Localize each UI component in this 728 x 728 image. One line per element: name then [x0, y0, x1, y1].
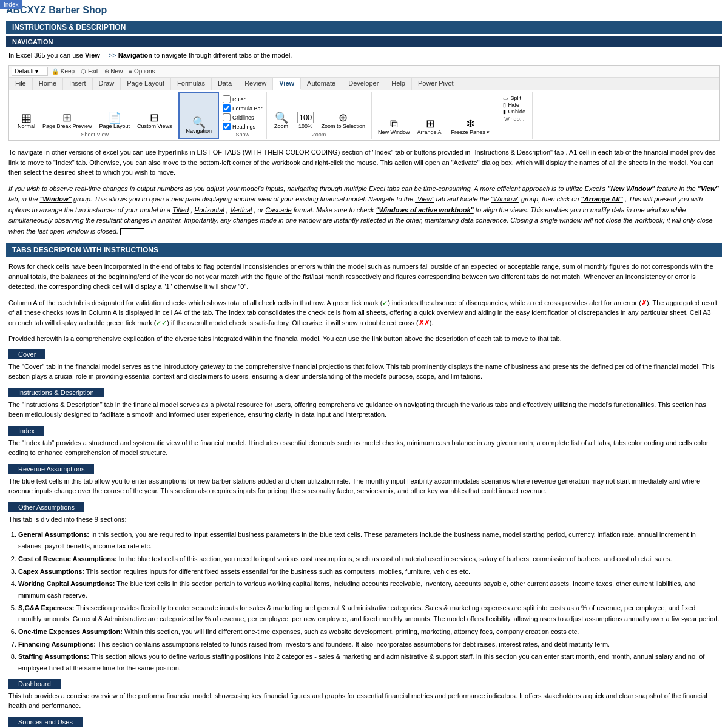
tab-developer[interactable]: Developer — [342, 78, 385, 90]
zoom-label: Zoom — [312, 132, 326, 138]
tab-insert[interactable]: Insert — [63, 78, 93, 90]
tabs-desc-herewith: Provided herewith is a comprehensive exp… — [0, 331, 728, 347]
list-item: Cost of Revenue Assumptions: In the blue… — [18, 553, 720, 565]
arrangeall-icon: ⊞ — [426, 118, 435, 129]
list-item: One-time Expenses Assumption: Within thi… — [18, 626, 720, 638]
nav-body: To navigate in other versions of excel y… — [0, 144, 728, 181]
split-label: Split — [510, 95, 521, 101]
instructions-desc: The "Instructions & Description" tab in … — [0, 399, 728, 423]
freeze-icon: ❄ — [466, 118, 475, 129]
page-title: ABCXYZ Barber Shop — [6, 5, 722, 16]
cover-label[interactable]: Cover — [8, 349, 46, 359]
tab-home[interactable]: Home — [33, 78, 63, 90]
tab-file[interactable]: File — [9, 78, 33, 90]
index-tab[interactable]: Index — [0, 0, 22, 9]
ribbon-btn-100[interactable]: 100 100% — [295, 110, 317, 130]
tab-data[interactable]: Data — [212, 78, 238, 90]
zoomselection-icon: ⊕ — [339, 112, 348, 123]
formulabar-checkbox[interactable]: Formula Bar — [223, 104, 263, 112]
ribbon-group-show: Ruler Formula Bar Gridlines Headings Sho… — [219, 92, 267, 139]
headings-checkbox[interactable]: Headings — [223, 123, 263, 130]
navigation-icon: 🔍 — [192, 117, 206, 128]
ribbon-btn-arrangeall[interactable]: ⊞ Arrange All — [415, 117, 447, 136]
tab-item-index: Index The "Index tab" provides a structu… — [0, 423, 728, 462]
zoom-icon: 🔍 — [275, 112, 288, 123]
tab-item-cover: Cover The "Cover" tab in the financial m… — [0, 347, 728, 385]
ribbon-content: ▦ Normal ⊞ Page Break Preview 📄 Page Lay… — [9, 90, 719, 140]
ribbon-btn-customviews[interactable]: ⊟ Custom Views — [135, 111, 174, 130]
tab-item-other: Other Assumptions This tab is divided in… — [0, 500, 728, 676]
index-desc: The "Index tab" provides a structured an… — [0, 437, 728, 462]
dashboard-label[interactable]: Dashboard — [8, 679, 61, 689]
ribbon-group-window2: ▭ Split ▯ Hide ▮ Unhide Windo... — [496, 92, 533, 139]
show-label: Show — [236, 132, 250, 138]
ribbon-btn-zoomselection[interactable]: ⊕ Zoom to Selection — [319, 111, 368, 130]
normal-icon: ▦ — [21, 112, 32, 123]
nav-italic: If you wish to observe real-time changes… — [0, 181, 728, 240]
nav-intro: In Excel 365 you can use View --->> Navi… — [0, 49, 728, 61]
gridlines-checkbox[interactable]: Gridlines — [223, 113, 263, 121]
ruler-checkbox[interactable]: Ruler — [223, 95, 263, 103]
sources-label[interactable]: Sources and Uses — [8, 717, 83, 727]
ribbon-group-window: ⧉ New Window ⊞ Arrange All ❄ Freeze Pane… — [372, 92, 496, 139]
navigation-header: NAVIGATION — [6, 36, 722, 47]
ribbon-group-sheetview: ▦ Normal ⊞ Page Break Preview 📄 Page Lay… — [12, 92, 178, 139]
name-box[interactable]: Default ▾ — [12, 67, 48, 76]
revenue-label[interactable]: Revenue Assumptions — [8, 464, 94, 474]
newwindow-icon: ⧉ — [390, 118, 398, 129]
ribbon-group-zoom: 🔍 Zoom 100 100% ⊕ Zoom to Selection Zoom — [267, 92, 372, 139]
other-list: General Assumptions: In this section, yo… — [0, 528, 728, 676]
ribbon-group-navigation: 🔍 Navigation — [178, 92, 219, 139]
ribbon-btn-zoom[interactable]: 🔍 Zoom — [271, 111, 292, 130]
hide-label: Hide — [508, 102, 519, 108]
hide-icon: ▯ — [503, 102, 506, 108]
unhide-label: Unhide — [508, 109, 525, 115]
sheetview-label: Sheet View — [81, 132, 109, 138]
ribbon-btn-newwindow[interactable]: ⧉ New Window — [376, 117, 413, 136]
tab-item-instructions: Instructions & Description The "Instruct… — [0, 385, 728, 423]
index-label[interactable]: Index — [8, 426, 44, 436]
tab-powerpivot[interactable]: Power Pivot — [412, 78, 460, 90]
cover-desc: The "Cover" tab in the financial model s… — [0, 360, 728, 385]
ribbon-container: Default ▾ 🔒 Keep ⬡ Exit ⊕ New ≡ Options … — [8, 65, 720, 141]
instructions-header: INSTRUCTIONS & DESCRIPTION — [6, 21, 722, 34]
tab-help[interactable]: Help — [385, 78, 412, 90]
instructions-label[interactable]: Instructions & Description — [8, 388, 104, 397]
tab-formulas[interactable]: Formulas — [171, 78, 212, 90]
bordered-box — [120, 228, 144, 235]
ribbon-tabs: File Home Insert Draw Page Layout Formul… — [9, 78, 719, 90]
list-item: Capex Assumptions: This section requires… — [18, 566, 720, 578]
formula-bar-row: Default ▾ 🔒 Keep ⬡ Exit ⊕ New ≡ Options — [9, 66, 719, 78]
tab-item-dashboard: Dashboard This tab provides a concise ov… — [0, 676, 728, 715]
dashboard-desc: This tab provides a concise overview of … — [0, 690, 728, 715]
tab-pagelayout[interactable]: Page Layout — [121, 78, 171, 90]
tabs-header: TABS DESCRIPTON WITH INSTRUCTIONS — [6, 243, 722, 257]
ribbon-btn-pagelayout[interactable]: 📄 Page Layout — [97, 111, 133, 130]
tabs-desc-intro: Rows for check cells have been incorpora… — [0, 258, 728, 295]
ribbon-btn-pagebreak[interactable]: ⊞ Page Break Preview — [40, 111, 95, 130]
pagelayout-icon: 📄 — [108, 112, 121, 123]
pagebreak-icon: ⊞ — [62, 112, 72, 123]
unhide-icon: ▮ — [503, 109, 506, 115]
zoom100-icon: 100 — [297, 112, 314, 123]
list-item: Staffing Assumptions: This section allow… — [18, 651, 720, 673]
list-item: Working Capital Assumptions: The blue te… — [18, 578, 720, 601]
tabs-desc-column: Column A of the each tab is designated f… — [0, 295, 728, 331]
list-item: Financing Assumptions: This section cont… — [18, 639, 720, 650]
ribbon-btn-normal[interactable]: ▦ Normal — [15, 111, 38, 130]
tab-review[interactable]: Review — [238, 78, 273, 90]
other-intro: This tab is divided into these 9 section… — [0, 513, 728, 528]
tab-item-revenue: Revenue Assumptions The blue text cells … — [0, 462, 728, 500]
window2-label: Windo... — [504, 116, 524, 122]
split-icon: ▭ — [503, 95, 508, 101]
customviews-icon: ⊟ — [150, 112, 159, 123]
list-item: General Assumptions: In this section, yo… — [18, 529, 720, 551]
tab-view[interactable]: View — [273, 78, 301, 90]
tab-automate[interactable]: Automate — [301, 78, 342, 90]
ribbon-btn-navigation[interactable]: 🔍 Navigation — [183, 116, 214, 135]
list-item: S,G&A Expenses: This section provides fl… — [18, 602, 720, 625]
other-label[interactable]: Other Assumptions — [8, 502, 84, 512]
tab-item-sources: Sources and Uses The "Sources and Uses" … — [0, 715, 728, 728]
ribbon-btn-freeze[interactable]: ❄ Freeze Panes ▾ — [449, 117, 493, 136]
tab-draw[interactable]: Draw — [93, 78, 121, 90]
